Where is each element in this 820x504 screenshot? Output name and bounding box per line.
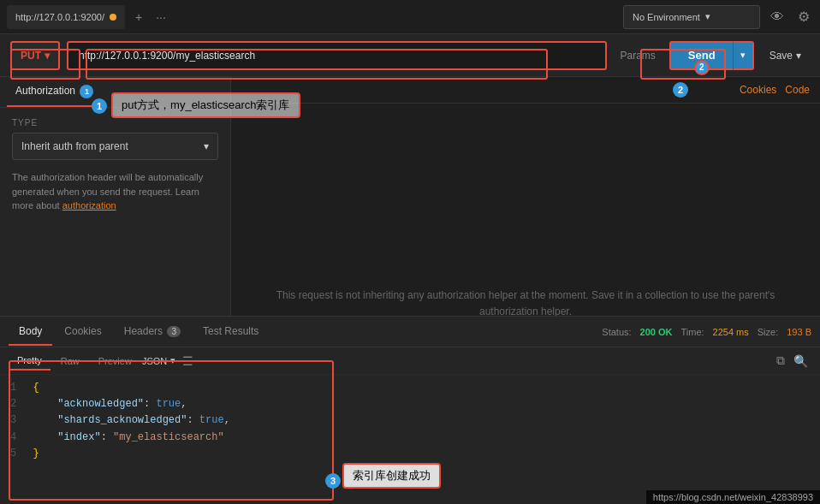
response-inner-tabs: Pretty Raw Preview JSON ▾ ☰ ⧉ 🔍 [0,347,820,375]
browser-tab[interactable]: http://127.0.0.1:9200/ [7,5,125,29]
right-panel-top: Cookies Code [231,77,820,104]
send-button-group: Send 2 ▾ [669,41,754,70]
copy-icon[interactable]: ⧉ [773,352,788,370]
format-label: JSON [142,356,167,366]
inner-tab-raw[interactable]: Raw [52,353,88,370]
environment-selector[interactable]: No Environment ▾ [623,5,760,29]
save-chevron-icon: ▾ [796,50,801,62]
line-num-4: 4 [10,431,16,443]
json-val-acknowledged: true [156,398,181,410]
method-chevron-icon: ▾ [45,50,50,62]
json-line-3: 3 "shards_acknowledged": true, [10,412,810,429]
json-line-4: 4 "index": "my_elasticsearch" [10,430,810,446]
tab-url-text: http://127.0.0.1:9200/ [15,12,104,22]
app-wrapper: http://127.0.0.1:9200/ + ··· No Environm… [0,0,820,504]
settings-icon[interactable]: ⚙ [794,5,813,28]
method-dropdown[interactable]: PUT ▾ [10,41,60,70]
time-label: Time: [680,327,704,337]
auth-desc-text: The authorization header will be automat… [12,172,203,197]
response-status-area: Status: 200 OK Time: 2254 ms Size: 193 B [602,327,811,337]
tab-body-label: Body [19,325,42,337]
status-label: Status: [602,327,631,337]
send-number-badge: 2 [694,60,710,75]
request-tabs: Authorization 1 [0,77,230,108]
url-input[interactable] [67,41,607,70]
line-num-2: 2 [10,398,16,410]
pretty-label: Pretty [17,355,42,365]
auth-type-select[interactable]: Inherit auth from parent ▾ [12,133,218,160]
tab-authorization[interactable]: Authorization 1 [7,78,102,107]
tab-test-results-label: Test Results [203,325,258,337]
json-open-brace: { [33,382,39,394]
response-body: 1 { 2 "acknowledged": true, 3 "shards_ac… [0,375,820,467]
code-link[interactable]: Code [785,84,810,96]
filter-icon[interactable]: ☰ [182,354,193,368]
send-dropdown-arrow[interactable]: ▾ [733,41,754,70]
json-key-shards: "shards_acknowledged" [33,414,187,426]
auth-type-value: Inherit auth from parent [21,140,128,152]
circle-1: 1 [92,98,107,114]
circle-2: 2 [673,82,688,98]
save-label: Save [769,50,793,62]
send-dropdown-icon: ▾ [740,50,746,60]
auth-link[interactable]: authorization [62,200,116,210]
response-tabs: Body Cookies Headers 3 Test Results Stat… [0,317,820,347]
circle-3: 3 [325,473,341,489]
json-line-1: 1 { [10,380,810,396]
type-label: TYPE [12,118,218,127]
watermark: https://blog.csdn.net/weixin_42838993 [646,490,820,504]
json-line-5: 5 } [10,446,810,462]
json-val-index: "my_elasticsearch" [113,431,224,443]
auth-type-chevron-icon: ▾ [204,140,209,152]
request-bar: PUT ▾ Params Send 2 ▾ Save ▾ [0,34,820,77]
search-icon[interactable]: 🔍 [790,353,811,370]
inner-tab-preview[interactable]: Preview [90,353,140,370]
env-label: No Environment [633,12,700,22]
json-close-brace: } [33,448,39,460]
line-num-3: 3 [10,414,16,426]
format-chevron-icon: ▾ [170,355,175,366]
time-value: 2254 ms [713,327,749,337]
line-num-1: 1 [10,382,16,394]
json-val-shards: true [199,414,224,426]
top-bar: http://127.0.0.1:9200/ + ··· No Environm… [0,0,820,34]
inner-tab-pretty[interactable]: Pretty [9,352,51,371]
auth-description: The authorization header will be automat… [12,170,218,213]
method-label: PUT [21,50,41,62]
status-value: 200 OK [640,327,673,337]
send-button[interactable]: Send 2 [669,41,733,70]
tab-cookies-label: Cookies [64,325,101,337]
json-key-index: "index" [33,431,100,443]
response-section: Body Cookies Headers 3 Test Results Stat… [0,316,820,504]
format-select[interactable]: JSON ▾ [142,355,175,366]
size-label: Size: [758,327,778,337]
tab-dot [110,14,116,21]
more-tabs-button[interactable]: ··· [152,9,169,26]
add-tab-button[interactable]: + [132,9,146,26]
preview-label: Preview [98,356,132,366]
tab-cookies[interactable]: Cookies [54,318,111,346]
line-num-5: 5 [10,448,16,460]
save-button[interactable]: Save ▾ [761,50,810,62]
eye-icon[interactable]: 👁 [767,6,787,28]
tab-headers-label: Headers [124,325,163,337]
tab-auth-label: Authorization [15,85,75,97]
cookies-link[interactable]: Cookies [740,84,776,96]
tab-headers[interactable]: Headers 3 [114,318,191,346]
params-button[interactable]: Params [614,50,663,62]
json-key-acknowledged: "acknowledged" [33,398,144,410]
tab-auth-number: 1 [80,85,93,98]
json-line-2: 2 "acknowledged": true, [10,396,810,412]
size-value: 193 B [787,327,811,337]
env-chevron-icon: ▾ [705,11,710,22]
tab-test-results[interactable]: Test Results [193,318,269,346]
headers-count-badge: 3 [167,326,181,337]
raw-label: Raw [61,356,80,366]
tab-body[interactable]: Body [9,318,52,346]
